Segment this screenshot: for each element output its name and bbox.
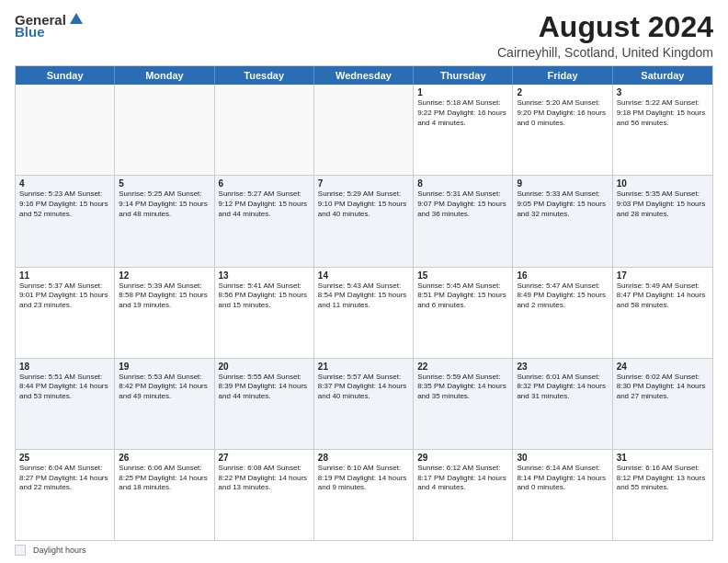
cell-text: Sunrise: 5:41 AM Sunset: 8:56 PM Dayligh… — [219, 282, 310, 311]
cal-cell-3-6: 24Sunrise: 6:02 AM Sunset: 8:30 PM Dayli… — [613, 359, 712, 449]
cal-cell-1-6: 10Sunrise: 5:35 AM Sunset: 9:03 PM Dayli… — [613, 176, 712, 266]
cell-text: Sunrise: 5:23 AM Sunset: 9:16 PM Dayligh… — [19, 190, 110, 219]
day-number: 19 — [119, 362, 210, 372]
cal-cell-0-2 — [215, 85, 314, 175]
calendar-header: SundayMondayTuesdayWednesdayThursdayFrid… — [16, 66, 712, 85]
cal-cell-0-0 — [16, 85, 115, 175]
cal-cell-2-5: 16Sunrise: 5:47 AM Sunset: 8:49 PM Dayli… — [513, 268, 612, 358]
cal-cell-3-1: 19Sunrise: 5:53 AM Sunset: 8:42 PM Dayli… — [115, 359, 214, 449]
day-number: 5 — [119, 178, 210, 189]
cal-cell-1-1: 5Sunrise: 5:25 AM Sunset: 9:14 PM Daylig… — [115, 176, 214, 266]
header-day-thursday: Thursday — [414, 66, 513, 85]
day-number: 2 — [517, 87, 608, 98]
day-number: 26 — [119, 453, 210, 463]
day-number: 8 — [417, 178, 508, 189]
day-number: 22 — [417, 362, 508, 372]
legend: Daylight hours — [15, 545, 713, 556]
cal-cell-1-3: 7Sunrise: 5:29 AM Sunset: 9:10 PM Daylig… — [314, 176, 414, 266]
page: General Blue August 2024 Cairneyhill, Sc… — [0, 0, 728, 563]
cell-text: Sunrise: 5:27 AM Sunset: 9:12 PM Dayligh… — [219, 190, 310, 219]
cal-cell-0-1 — [115, 85, 214, 175]
cal-cell-3-2: 20Sunrise: 5:55 AM Sunset: 8:39 PM Dayli… — [215, 359, 314, 449]
day-number: 10 — [617, 178, 709, 189]
cell-text: Sunrise: 6:04 AM Sunset: 8:27 PM Dayligh… — [19, 464, 110, 493]
day-number: 9 — [517, 178, 608, 189]
header-day-tuesday: Tuesday — [215, 66, 314, 85]
cell-text: Sunrise: 5:37 AM Sunset: 9:01 PM Dayligh… — [19, 282, 110, 311]
day-number: 14 — [318, 270, 409, 281]
cal-cell-4-4: 29Sunrise: 6:12 AM Sunset: 8:17 PM Dayli… — [414, 450, 513, 540]
logo: General Blue — [15, 11, 85, 40]
day-number: 30 — [517, 453, 608, 463]
cell-text: Sunrise: 5:29 AM Sunset: 9:10 PM Dayligh… — [318, 190, 409, 219]
cell-text: Sunrise: 6:06 AM Sunset: 8:25 PM Dayligh… — [119, 464, 210, 493]
cal-cell-2-2: 13Sunrise: 5:41 AM Sunset: 8:56 PM Dayli… — [215, 268, 314, 358]
cell-text: Sunrise: 5:35 AM Sunset: 9:03 PM Dayligh… — [617, 190, 709, 219]
cal-cell-3-3: 21Sunrise: 5:57 AM Sunset: 8:37 PM Dayli… — [314, 359, 414, 449]
cell-text: Sunrise: 5:57 AM Sunset: 8:37 PM Dayligh… — [318, 373, 409, 402]
cell-text: Sunrise: 6:14 AM Sunset: 8:14 PM Dayligh… — [517, 464, 608, 493]
cal-cell-4-2: 27Sunrise: 6:08 AM Sunset: 8:22 PM Dayli… — [215, 450, 314, 540]
cal-cell-2-6: 17Sunrise: 5:49 AM Sunset: 8:47 PM Dayli… — [613, 268, 712, 358]
cal-cell-2-0: 11Sunrise: 5:37 AM Sunset: 9:01 PM Dayli… — [16, 268, 115, 358]
day-number: 7 — [318, 178, 409, 189]
cal-cell-4-0: 25Sunrise: 6:04 AM Sunset: 8:27 PM Dayli… — [16, 450, 115, 540]
cell-text: Sunrise: 5:49 AM Sunset: 8:47 PM Dayligh… — [617, 282, 709, 311]
logo-blue: Blue — [15, 24, 45, 40]
header-day-wednesday: Wednesday — [314, 66, 414, 85]
cell-text: Sunrise: 5:18 AM Sunset: 9:22 PM Dayligh… — [417, 98, 508, 128]
week-row-1: 4Sunrise: 5:23 AM Sunset: 9:16 PM Daylig… — [16, 175, 712, 266]
cal-cell-2-1: 12Sunrise: 5:39 AM Sunset: 8:58 PM Dayli… — [115, 268, 214, 358]
cal-cell-4-3: 28Sunrise: 6:10 AM Sunset: 8:19 PM Dayli… — [314, 450, 414, 540]
cell-text: Sunrise: 6:08 AM Sunset: 8:22 PM Dayligh… — [219, 464, 310, 493]
cell-text: Sunrise: 6:16 AM Sunset: 8:12 PM Dayligh… — [617, 464, 709, 493]
cal-cell-1-4: 8Sunrise: 5:31 AM Sunset: 9:07 PM Daylig… — [414, 176, 513, 266]
day-number: 3 — [617, 87, 709, 98]
day-number: 20 — [219, 362, 310, 372]
cal-cell-0-5: 2Sunrise: 5:20 AM Sunset: 9:20 PM Daylig… — [513, 85, 612, 175]
cell-text: Sunrise: 5:55 AM Sunset: 8:39 PM Dayligh… — [219, 373, 310, 402]
calendar-body: 1Sunrise: 5:18 AM Sunset: 9:22 PM Daylig… — [16, 85, 712, 540]
cal-cell-2-4: 15Sunrise: 5:45 AM Sunset: 8:51 PM Dayli… — [414, 268, 513, 358]
day-number: 16 — [517, 270, 608, 281]
day-number: 4 — [19, 178, 110, 189]
day-number: 29 — [417, 453, 508, 463]
main-title: August 2024 — [497, 11, 713, 43]
logo-icon — [68, 11, 85, 28]
cell-text: Sunrise: 5:39 AM Sunset: 8:58 PM Dayligh… — [119, 282, 210, 311]
cell-text: Sunrise: 6:01 AM Sunset: 8:32 PM Dayligh… — [517, 373, 608, 402]
cell-text: Sunrise: 5:53 AM Sunset: 8:42 PM Dayligh… — [119, 373, 210, 402]
day-number: 31 — [617, 453, 709, 463]
day-number: 11 — [19, 270, 110, 281]
cal-cell-1-5: 9Sunrise: 5:33 AM Sunset: 9:05 PM Daylig… — [513, 176, 612, 266]
cal-cell-0-6: 3Sunrise: 5:22 AM Sunset: 9:18 PM Daylig… — [613, 85, 712, 175]
day-number: 15 — [417, 270, 508, 281]
cal-cell-0-3 — [314, 85, 414, 175]
legend-label: Daylight hours — [33, 546, 86, 555]
cal-cell-3-5: 23Sunrise: 6:01 AM Sunset: 8:32 PM Dayli… — [513, 359, 612, 449]
day-number: 12 — [119, 270, 210, 281]
day-number: 27 — [219, 453, 310, 463]
cell-text: Sunrise: 5:33 AM Sunset: 9:05 PM Dayligh… — [517, 190, 608, 219]
cell-text: Sunrise: 6:02 AM Sunset: 8:30 PM Dayligh… — [617, 373, 709, 402]
svg-marker-0 — [70, 13, 83, 24]
header: General Blue August 2024 Cairneyhill, Sc… — [15, 11, 713, 60]
title-block: August 2024 Cairneyhill, Scotland, Unite… — [497, 11, 713, 60]
day-number: 1 — [417, 87, 508, 98]
day-number: 6 — [219, 178, 310, 189]
day-number: 28 — [318, 453, 409, 463]
day-number: 23 — [517, 362, 608, 372]
header-day-friday: Friday — [513, 66, 612, 85]
cal-cell-4-6: 31Sunrise: 6:16 AM Sunset: 8:12 PM Dayli… — [613, 450, 712, 540]
cal-cell-4-1: 26Sunrise: 6:06 AM Sunset: 8:25 PM Dayli… — [115, 450, 214, 540]
cell-text: Sunrise: 6:12 AM Sunset: 8:17 PM Dayligh… — [417, 464, 508, 493]
subtitle: Cairneyhill, Scotland, United Kingdom — [497, 45, 713, 60]
cell-text: Sunrise: 5:59 AM Sunset: 8:35 PM Dayligh… — [417, 373, 508, 402]
week-row-2: 11Sunrise: 5:37 AM Sunset: 9:01 PM Dayli… — [16, 267, 712, 358]
cal-cell-0-4: 1Sunrise: 5:18 AM Sunset: 9:22 PM Daylig… — [414, 85, 513, 175]
cell-text: Sunrise: 5:25 AM Sunset: 9:14 PM Dayligh… — [119, 190, 210, 219]
day-number: 21 — [318, 362, 409, 372]
header-day-sunday: Sunday — [16, 66, 115, 85]
header-day-saturday: Saturday — [613, 66, 712, 85]
week-row-3: 18Sunrise: 5:51 AM Sunset: 8:44 PM Dayli… — [16, 358, 712, 449]
